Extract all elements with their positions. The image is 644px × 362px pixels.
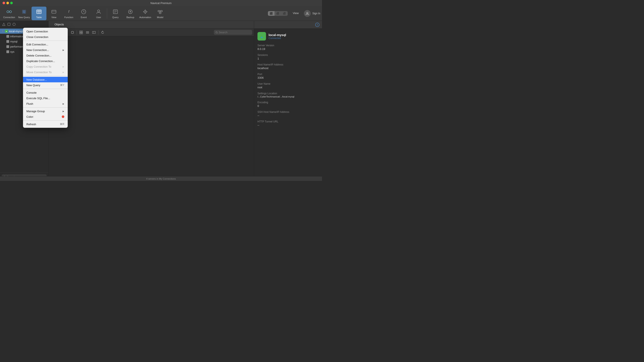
backup-label: Backup bbox=[126, 16, 134, 19]
toolbar-table[interactable]: Table bbox=[32, 7, 46, 20]
ctx-move-connection-to: Move Connection To ▶ bbox=[23, 69, 68, 75]
ctx-execute-sql[interactable]: Execute SQL File... bbox=[23, 95, 68, 101]
info-label-hostname: Host Name/IP Address bbox=[258, 63, 318, 66]
info-value-ssh-hostname: -- bbox=[258, 114, 318, 117]
toolbar-event[interactable]: Event bbox=[76, 7, 91, 20]
toolbar-function[interactable]: f Function bbox=[61, 7, 76, 20]
info-value-server-version: 8.0.19 bbox=[258, 47, 318, 51]
content-body bbox=[48, 36, 254, 181]
sidebar-icon-3[interactable] bbox=[12, 22, 16, 27]
maximize-button[interactable] bbox=[10, 2, 13, 4]
ctx-new-query[interactable]: New Query ⌘Y bbox=[23, 82, 68, 88]
minimize-button[interactable] bbox=[6, 2, 9, 4]
toolbar-model[interactable]: Model bbox=[153, 7, 168, 20]
info-label-port: Port bbox=[258, 73, 318, 76]
ctx-arrow-manage-group: ▶ bbox=[62, 110, 64, 112]
color-swatch bbox=[62, 115, 64, 118]
svg-point-0 bbox=[7, 11, 9, 13]
automation-icon bbox=[142, 8, 149, 15]
window-title: Navicat Premium bbox=[150, 2, 172, 5]
svg-point-22 bbox=[145, 11, 146, 12]
tab-objects[interactable]: Objects bbox=[51, 21, 67, 29]
svg-rect-43 bbox=[71, 31, 74, 34]
svg-point-14 bbox=[98, 10, 100, 12]
close-button[interactable] bbox=[2, 2, 5, 4]
svg-text:Q: Q bbox=[23, 10, 25, 13]
obj-view-list[interactable] bbox=[84, 30, 90, 35]
svg-point-1 bbox=[9, 11, 12, 13]
info-label-http-tunnel: HTTP Tunnel URL bbox=[258, 120, 318, 123]
model-label: Model bbox=[157, 16, 163, 19]
obj-separator-2 bbox=[98, 30, 98, 35]
toolbar-backup[interactable]: Backup bbox=[123, 7, 138, 20]
ctx-open-connection[interactable]: Open Connection bbox=[23, 29, 68, 34]
info-icon: i bbox=[315, 23, 320, 27]
objects-search-box[interactable] bbox=[214, 30, 252, 35]
ctx-refresh[interactable]: Refresh ⌘R bbox=[23, 121, 68, 127]
function-icon: f bbox=[66, 8, 72, 15]
info-sessions: Sessions 1 bbox=[258, 54, 318, 60]
ctx-new-connection[interactable]: New Connection... ▶ bbox=[23, 47, 68, 53]
new-query-label: New Query bbox=[18, 16, 30, 19]
automation-label: Automation bbox=[139, 16, 151, 19]
sign-in-button[interactable] bbox=[304, 10, 311, 17]
ctx-manage-group[interactable]: Manage Group ▶ bbox=[23, 108, 68, 114]
info-label-settings-location: Settings Location bbox=[258, 92, 318, 95]
database-icon-4 bbox=[6, 50, 9, 53]
model-icon bbox=[157, 8, 164, 15]
svg-rect-45 bbox=[81, 31, 83, 32]
objects-search-input[interactable] bbox=[219, 31, 250, 34]
objects-toolbar bbox=[48, 29, 254, 36]
toolbar-user[interactable]: User bbox=[91, 7, 106, 20]
view-toggle-mid[interactable]: ⬛ bbox=[274, 11, 281, 16]
info-panel-header: i bbox=[254, 21, 322, 29]
obj-view-detail[interactable] bbox=[91, 30, 97, 35]
objects-search-icon bbox=[216, 31, 218, 34]
view-toggle-left[interactable]: ⬛ bbox=[268, 11, 274, 16]
toolbar-connection[interactable]: Connection bbox=[2, 7, 16, 20]
svg-line-54 bbox=[217, 33, 218, 33]
obj-view-grid[interactable] bbox=[78, 30, 84, 35]
view-toggle[interactable]: ⬛ ⬛ ⬛ bbox=[268, 11, 288, 16]
ctx-close-connection[interactable]: Close Connection bbox=[23, 34, 68, 40]
svg-point-35 bbox=[13, 23, 15, 26]
toolbar-new-query[interactable]: Q New Query bbox=[16, 7, 32, 20]
toolbar-view[interactable]: View bbox=[46, 7, 61, 20]
sidebar-icon-1[interactable] bbox=[2, 22, 6, 27]
context-menu: Open Connection Close Connection Edit Co… bbox=[23, 28, 68, 128]
info-value-settings-location: /...CyberTech/navicat/.../local-mysql bbox=[258, 95, 318, 98]
svg-point-32 bbox=[306, 12, 308, 14]
info-port: Port 3306 bbox=[258, 73, 318, 79]
info-value-http-tunnel: -- bbox=[258, 123, 318, 127]
ctx-color[interactable]: Color: bbox=[23, 114, 68, 119]
obj-refresh-btn[interactable] bbox=[100, 30, 106, 35]
view-toggle-right[interactable]: ⬛ bbox=[281, 11, 288, 16]
toolbar-automation[interactable]: Automation bbox=[138, 7, 153, 20]
event-label: Event bbox=[81, 16, 87, 19]
ctx-duplicate-connection[interactable]: Duplicate Connection... bbox=[23, 58, 68, 64]
obj-stop-btn[interactable] bbox=[70, 30, 76, 35]
database-icon-3 bbox=[6, 45, 9, 48]
ctx-flush[interactable]: Flush ▶ bbox=[23, 101, 68, 106]
sidebar-icons bbox=[0, 21, 48, 28]
info-panel: i local-mysql Connected Server Version 8… bbox=[254, 21, 322, 181]
server-status: Connected bbox=[268, 37, 286, 40]
ctx-console[interactable]: Console bbox=[23, 90, 68, 95]
status-text: 4 servers in My Connections bbox=[146, 177, 176, 180]
toolbar-query[interactable]: Query bbox=[108, 7, 123, 20]
chevron-expand: ▼ bbox=[2, 30, 4, 32]
svg-marker-33 bbox=[2, 23, 5, 26]
view-label: View bbox=[51, 16, 56, 19]
info-encoding: Encoding 0 bbox=[258, 101, 318, 107]
sidebar-icon-2[interactable] bbox=[7, 22, 11, 27]
svg-rect-27 bbox=[158, 11, 160, 12]
view-toggle-area: ⬛ ⬛ ⬛ View Sign In bbox=[268, 10, 320, 17]
info-value-hostname: localhost bbox=[258, 67, 318, 70]
ctx-sep-3 bbox=[23, 89, 68, 89]
ctx-edit-connection[interactable]: Edit Connection... bbox=[23, 42, 68, 47]
ctx-new-database[interactable]: New Database... bbox=[23, 77, 68, 82]
ctx-delete-connection[interactable]: Delete Connection... bbox=[23, 53, 68, 58]
ctx-shortcut-new-query: ⌘Y bbox=[60, 84, 64, 87]
info-hostname: Host Name/IP Address localhost bbox=[258, 63, 318, 70]
view-tab-label[interactable]: View bbox=[290, 10, 302, 17]
